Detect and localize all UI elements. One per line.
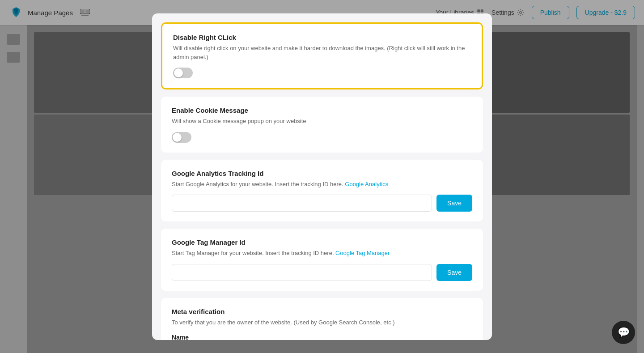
google-analytics-title: Google Analytics Tracking Id (172, 170, 472, 177)
disable-right-click-toggle-wrap (173, 68, 471, 78)
google-tag-manager-link[interactable]: Google Tag Manager (335, 250, 390, 256)
google-tag-manager-input-row: Save (172, 264, 472, 281)
chat-bubble[interactable]: 💬 (612, 321, 635, 344)
enable-cookie-section: Enable Cookie Message Will show a Cookie… (161, 97, 483, 153)
disable-right-click-title: Disable Right CLick (173, 34, 471, 41)
google-tag-manager-input[interactable] (172, 264, 432, 281)
google-tag-manager-save-button[interactable]: Save (436, 264, 472, 281)
google-analytics-desc: Start Google Analytics for your website.… (172, 180, 472, 189)
chat-icon: 💬 (618, 327, 630, 338)
google-tag-manager-section: Google Tag Manager Id Start Tag Manager … (161, 229, 483, 291)
disable-right-click-toggle[interactable] (173, 68, 193, 78)
google-analytics-save-button[interactable]: Save (436, 195, 472, 212)
settings-modal: Disable Right CLick Will disable right c… (152, 13, 492, 340)
enable-cookie-toggle[interactable] (172, 132, 191, 143)
cookie-toggle-knob (173, 133, 182, 142)
meta-verification-section: Meta verification To verify that you are… (161, 298, 483, 340)
google-tag-manager-desc: Start Tag Manager for your website. Inse… (172, 249, 472, 258)
meta-verification-title: Meta verification (172, 308, 472, 315)
google-analytics-input[interactable] (172, 195, 432, 212)
disable-right-click-desc: Will disable right click on your website… (173, 44, 471, 61)
enable-cookie-title: Enable Cookie Message (172, 106, 472, 114)
modal-scroll-area[interactable]: Disable Right CLick Will disable right c… (152, 13, 492, 340)
google-tag-manager-title: Google Tag Manager Id (172, 238, 472, 246)
meta-name-subsection: Name The text inside the name attribute … (172, 334, 472, 340)
meta-name-subtitle: Name (172, 334, 472, 340)
google-analytics-link[interactable]: Google Analytics (345, 181, 388, 187)
disable-right-click-section: Disable Right CLick Will disable right c… (161, 22, 483, 89)
google-analytics-input-row: Save (172, 195, 472, 212)
modal-overlay: Disable Right CLick Will disable right c… (0, 0, 644, 353)
google-analytics-section: Google Analytics Tracking Id Start Googl… (161, 160, 483, 222)
toggle-knob (174, 68, 183, 77)
enable-cookie-toggle-wrap (172, 132, 472, 143)
enable-cookie-desc: Will show a Cookie message popup on your… (172, 117, 472, 126)
meta-verification-desc: To verify that you are the owner of the … (172, 318, 472, 327)
